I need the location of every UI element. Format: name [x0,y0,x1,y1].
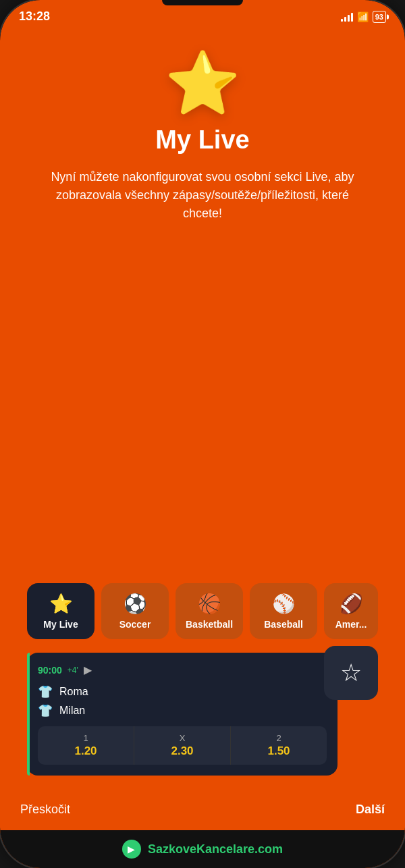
phone-frame: 13:28 📶 93 ⭐ My Live Nyní můžete nakonfi… [0,0,405,868]
match-time-row: 90:00 +4' ▶ [38,663,327,676]
tab-my-live[interactable]: ⭐ My Live [27,583,94,639]
tab-american[interactable]: 🏈 Amer... [324,583,378,639]
tab-my-live-icon: ⭐ [49,593,73,615]
tab-soccer-icon: ⚽ [124,593,147,615]
team1-name: Roma [59,686,88,698]
odds-label-2: 2 [276,733,281,743]
tabs-row: ⭐ My Live ⚽ Soccer 🏀 Basketball ⚾ Baseba… [20,583,385,639]
odds-cell-x[interactable]: X 2.30 [134,726,231,765]
status-icons: 📶 93 [341,11,386,23]
odds-value-2: 1.50 [267,744,290,758]
notch [162,0,243,5]
match-card: 90:00 +4' ▶ 👕 Roma 👕 Milan [27,653,338,776]
main-content: ⭐ My Live Nyní můžete nakonfigurovat svo… [0,28,405,789]
match-video-icon: ▶ [84,663,92,676]
phone-screen: 13:28 📶 93 ⭐ My Live Nyní můžete nakonfi… [0,0,405,868]
tab-my-live-label: My Live [43,619,78,630]
tab-american-label: Amer... [335,619,367,630]
odds-cell-1[interactable]: 1 1.20 [38,726,134,765]
wifi-icon: 📶 [357,11,369,22]
next-button[interactable]: Další [356,803,385,817]
tab-baseball[interactable]: ⚾ Baseball [250,583,317,639]
team2-name: Milan [59,705,85,717]
footer-brand-name: SazkoveKancelare [148,842,254,856]
hero-star-icon: ⭐ [165,48,240,119]
team2-shirt-icon: 👕 [38,703,53,718]
footer-play-icon: ▶ [122,840,141,859]
match-area: 90:00 +4' ▶ 👕 Roma 👕 Milan [20,639,385,789]
tab-soccer[interactable]: ⚽ Soccer [101,583,169,639]
tab-american-icon: 🏈 [340,593,363,615]
odds-cell-2[interactable]: 2 1.50 [231,726,327,765]
odds-label-x: X [180,733,186,743]
tab-basketball[interactable]: 🏀 Basketball [176,583,243,639]
hero-description: Nyní můžete nakonfigurovat svou osobní s… [40,168,364,223]
footer-tld: .com [254,842,283,856]
odds-label-1: 1 [83,733,88,743]
bottom-bar: Přeskočit Další [0,789,405,830]
odds-row: 1 1.20 X 2.30 2 1.50 [38,726,327,765]
match-extra: +4' [68,666,78,675]
team2-row: 👕 Milan [38,703,327,718]
team1-shirt-icon: 👕 [38,684,53,699]
skip-button[interactable]: Přeskočit [20,803,70,817]
signal-bars-icon [341,12,353,22]
odds-value-1: 1.20 [74,744,97,758]
favorite-star-icon: ☆ [340,659,362,687]
tab-soccer-label: Soccer [119,619,151,630]
tab-baseball-icon: ⚾ [272,593,296,615]
tabs-wrapper: ⭐ My Live ⚽ Soccer 🏀 Basketball ⚾ Baseba… [20,583,385,789]
odds-value-x: 2.30 [171,744,193,758]
footer-brand-text: SazkoveKancelare.com [148,842,283,857]
battery-icon: 93 [373,11,386,23]
tab-basketball-label: Basketball [186,619,233,630]
status-time: 13:28 [19,9,50,24]
favorite-button[interactable]: ☆ [324,646,378,700]
team1-row: 👕 Roma [38,684,327,699]
tab-basketball-icon: 🏀 [198,593,221,615]
hero-title: My Live [155,126,249,155]
match-time: 90:00 [38,665,62,676]
tab-baseball-label: Baseball [264,619,303,630]
footer-brand: ▶ SazkoveKancelare.com [0,830,405,868]
